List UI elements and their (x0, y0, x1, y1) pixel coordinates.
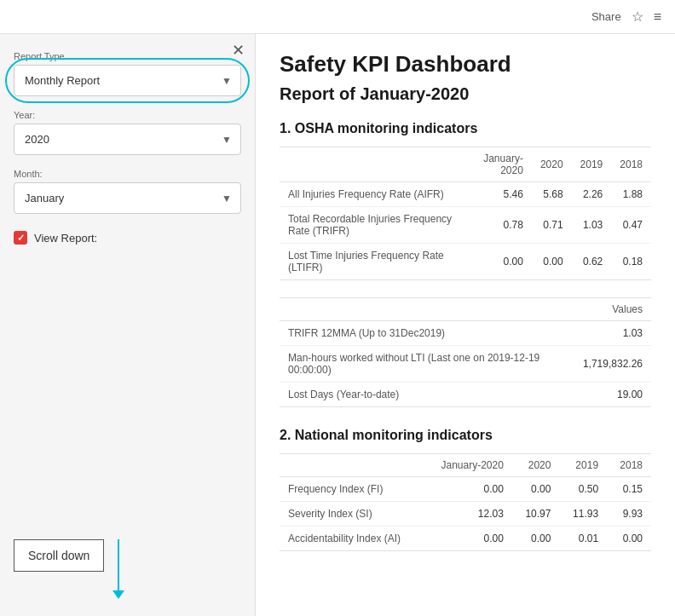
table-cell: 19.00 (574, 383, 651, 407)
section1: 1. OSHA monitoring indicators January-20… (280, 121, 651, 407)
year-select-wrapper: 2019 2020 2021 ▼ (14, 124, 241, 155)
col-header-2020: 2020 (532, 147, 572, 182)
month-select[interactable]: January February March (14, 183, 240, 213)
table-row: Man-hours worked without LTI (Last one o… (280, 346, 651, 383)
sidebar: ✕ Report Type Monthly Report Weekly Repo… (0, 34, 256, 616)
table-cell: 11.93 (559, 502, 607, 527)
report-type-select[interactable]: Monthly Report Weekly Report Annual Repo… (14, 66, 240, 95)
table-cell: 2.26 (572, 182, 612, 207)
star-icon[interactable]: ☆ (632, 9, 643, 25)
table-cell: 0.78 (460, 207, 532, 244)
content-area: Safety KPI Dashboard Report of January-2… (256, 34, 675, 616)
table-row: Accidentability Index (AI)0.000.000.010.… (280, 527, 651, 551)
month-select-wrapper: January February March ▼ (14, 182, 241, 214)
table-cell: Man-hours worked without LTI (Last one o… (280, 346, 574, 383)
menu-icon[interactable]: ≡ (654, 9, 661, 25)
table-cell: Severity Index (SI) (280, 502, 424, 527)
table-cell: 1,719,832.26 (574, 346, 651, 383)
table-cell: Lost Time Injuries Frequency Rate (LTIFR… (280, 244, 460, 280)
table-cell: 1.03 (574, 321, 651, 346)
section1-title: 1. OSHA monitoring indicators (280, 121, 651, 136)
table-cell: Accidentability Index (AI) (280, 527, 424, 551)
national-table: January-2020 2020 2019 2018 Frequency In… (280, 453, 651, 551)
table-row: Lost Time Injuries Frequency Rate (LTIFR… (280, 244, 651, 280)
col-header-2018-2: 2018 (607, 454, 651, 477)
year-select[interactable]: 2019 2020 2021 (14, 124, 240, 154)
report-subtitle: Report of January-2020 (280, 84, 651, 104)
table-cell: Lost Days (Year-to-date) (280, 383, 574, 407)
table-cell: 0.00 (532, 244, 572, 280)
col-header-2020-2: 2020 (512, 454, 560, 477)
close-button[interactable]: ✕ (232, 41, 245, 60)
table-cell: 0.62 (572, 244, 612, 280)
topbar: Share ☆ ≡ (0, 0, 675, 34)
table-cell: 0.00 (512, 477, 560, 502)
table-row: Frequency Index (FI)0.000.000.500.15 (280, 477, 651, 502)
scroll-arrow-container (112, 539, 124, 599)
dashboard-title: Safety KPI Dashboard (280, 51, 651, 78)
col-header-2018: 2018 (611, 147, 651, 182)
main-layout: ✕ Report Type Monthly Report Weekly Repo… (0, 34, 675, 616)
scroll-down-area: Scroll down (14, 522, 241, 599)
osha-table2: Values TRIFR 12MMA (Up to 31Dec2019)1.03… (280, 297, 651, 407)
table-row: Severity Index (SI)12.0310.9711.939.93 (280, 502, 651, 527)
table-cell: Frequency Index (FI) (280, 477, 424, 502)
report-type-select-wrapper: Monthly Report Weekly Report Annual Repo… (14, 65, 241, 96)
col-header-name2 (280, 298, 574, 321)
scroll-line (118, 539, 119, 590)
table-cell: TRIFR 12MMA (Up to 31Dec2019) (280, 321, 574, 346)
table-cell: 0.01 (559, 527, 607, 551)
table-cell: 0.18 (611, 244, 651, 280)
table-row: Total Recordable Injuries Frequency Rate… (280, 207, 651, 244)
month-label: Month: (14, 169, 241, 179)
col-header-jan2020-2: January-2020 (424, 454, 512, 477)
table-row: Lost Days (Year-to-date)19.00 (280, 383, 651, 407)
col-header-2019-2: 2019 (559, 454, 607, 477)
section2-title: 2. National monitoring indicators (280, 428, 651, 443)
view-report-row: View Report: (14, 231, 241, 245)
scroll-down-box: Scroll down (14, 539, 104, 572)
table-cell: 0.00 (607, 527, 651, 551)
year-label: Year: (14, 110, 241, 120)
table-cell: 0.00 (460, 244, 532, 280)
section2: 2. National monitoring indicators Januar… (280, 428, 651, 551)
scroll-down-arrow-icon (112, 590, 124, 599)
table-cell: 10.97 (512, 502, 560, 527)
table-cell: 0.00 (424, 527, 512, 551)
share-button[interactable]: Share (591, 10, 621, 23)
view-report-checkbox[interactable] (14, 231, 27, 245)
month-field: Month: January February March ▼ (14, 169, 241, 214)
col-header-jan2020: January-2020 (460, 147, 532, 182)
table-cell: 0.00 (424, 477, 512, 502)
table-row: TRIFR 12MMA (Up to 31Dec2019)1.03 (280, 321, 651, 346)
table-cell: 0.71 (532, 207, 572, 244)
report-type-field: Report Type Monthly Report Weekly Report… (14, 51, 241, 96)
col-header-name (280, 147, 460, 182)
table-cell: All Injuries Frequency Rate (AIFR) (280, 182, 460, 207)
table-cell: 9.93 (607, 502, 651, 527)
table-row: All Injuries Frequency Rate (AIFR)5.465.… (280, 182, 651, 207)
table-cell: 5.68 (532, 182, 572, 207)
table-cell: 0.50 (559, 477, 607, 502)
table-cell: 12.03 (424, 502, 512, 527)
report-type-label: Report Type (14, 51, 241, 61)
table-cell: 1.88 (611, 182, 651, 207)
table-cell: Total Recordable Injuries Frequency Rate… (280, 207, 460, 244)
osha-table1: January-2020 2020 2019 2018 All Injuries… (280, 147, 651, 280)
table-cell: 0.15 (607, 477, 651, 502)
report-type-wrapper: Monthly Report Weekly Report Annual Repo… (14, 65, 241, 96)
table-cell: 1.03 (572, 207, 612, 244)
col-header-name3 (280, 454, 424, 477)
table-cell: 0.47 (611, 207, 651, 244)
col-header-values: Values (574, 298, 651, 321)
table-cell: 0.00 (512, 527, 560, 551)
view-report-label: View Report: (34, 232, 97, 245)
col-header-2019: 2019 (572, 147, 612, 182)
table-cell: 5.46 (460, 182, 532, 207)
year-field: Year: 2019 2020 2021 ▼ (14, 110, 241, 155)
